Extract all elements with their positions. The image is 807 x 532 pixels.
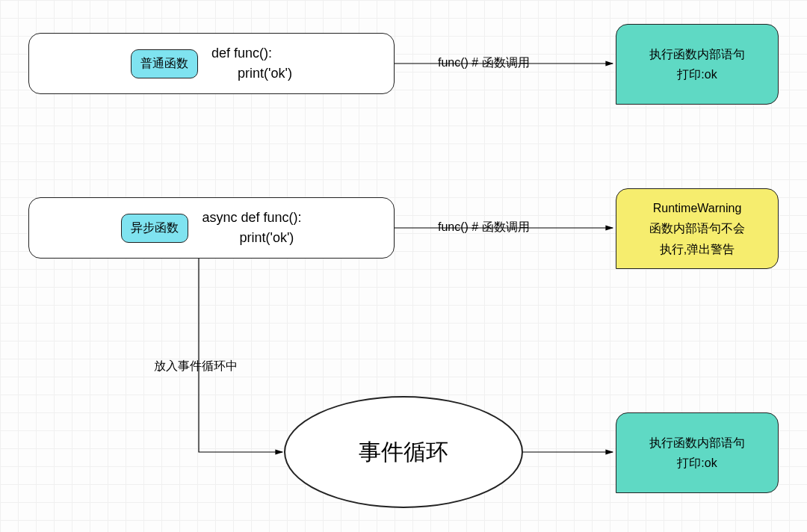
result-warning-node: RuntimeWarning 函数内部语句不会 执行,弹出警告: [616, 188, 779, 269]
event-loop-label: 事件循环: [359, 437, 448, 468]
async-function-node: 异步函数 async def func(): print('ok'): [28, 197, 395, 259]
normal-function-node: 普通函数 def func(): print('ok'): [28, 33, 395, 94]
normal-function-code: def func(): print('ok'): [211, 43, 292, 84]
edge-label-call2: func() # 函数调用: [433, 218, 534, 237]
result-normal-node: 执行函数内部语句 打印:ok: [616, 24, 779, 105]
edge-label-to-loop: 放入事件循环中: [149, 357, 242, 376]
async-function-badge: 异步函数: [121, 214, 188, 243]
result-loop-node: 执行函数内部语句 打印:ok: [616, 412, 779, 493]
edge-label-call1: func() # 函数调用: [433, 54, 534, 72]
async-function-code: async def func(): print('ok'): [202, 208, 301, 248]
normal-function-badge: 普通函数: [131, 49, 198, 78]
result-normal-text: 执行函数内部语句 打印:ok: [649, 44, 745, 84]
result-loop-text: 执行函数内部语句 打印:ok: [649, 433, 745, 473]
event-loop-node: 事件循环: [284, 396, 523, 508]
result-warning-text: RuntimeWarning 函数内部语句不会 执行,弹出警告: [649, 198, 745, 259]
